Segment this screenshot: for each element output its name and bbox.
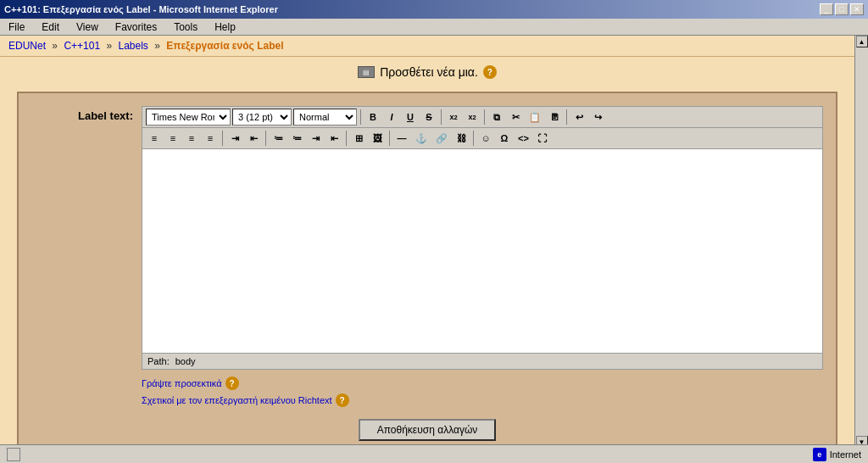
status-bar: e Internet: [0, 444, 868, 448]
side-link-1-help[interactable]: ?: [225, 377, 239, 390]
path-value: body: [175, 356, 196, 366]
cut-btn[interactable]: ✂: [507, 109, 524, 126]
path-label: Path:: [147, 356, 170, 366]
page-title: Προσθέτει νέα μια.: [380, 65, 478, 79]
sep-6: [265, 131, 266, 146]
align-center-btn[interactable]: ≡: [164, 130, 181, 147]
indent-more-btn[interactable]: ⇥: [226, 130, 243, 147]
fullscreen-btn[interactable]: ⛶: [534, 130, 551, 147]
sep-8: [389, 131, 390, 146]
side-link-1: Γράψτε προσεκτικά ?: [142, 377, 823, 390]
indent-in-btn[interactable]: ⇥: [307, 130, 324, 147]
close-button[interactable]: ✕: [850, 3, 864, 15]
sub-col-right: Γράψτε προσεκτικά ? Σχετικοί με τον επεξ…: [142, 377, 823, 410]
menu-edit[interactable]: Edit: [36, 20, 64, 35]
editor-panel: Times New Roman 3 (12 pt) Normal B I: [142, 106, 823, 370]
side-link-2: Σχετικοί με τον επεξεργαστή κειμένου Ric…: [142, 393, 823, 407]
underline-button[interactable]: U: [402, 109, 419, 126]
window-title-bar: C++101: Επεξεργασία ενός Label - Microso…: [0, 0, 868, 19]
source-btn[interactable]: <>: [515, 130, 532, 147]
status-left: [7, 448, 20, 449]
indent-out-btn[interactable]: ⇤: [326, 130, 342, 147]
path-bar: Path: body: [142, 353, 822, 369]
italic-button[interactable]: I: [383, 109, 400, 126]
breadcrumb-edunet[interactable]: EDUNet: [8, 40, 46, 52]
breadcrumb-sep-1: »: [52, 40, 58, 52]
scroll-up[interactable]: ▲: [856, 36, 868, 47]
page-header: ▤ Προσθέτει νέα μια. ?: [17, 65, 837, 79]
status-icon: [7, 448, 20, 449]
window-title: C++101: Επεξεργασία ενός Label - Microso…: [4, 4, 278, 14]
link-btn[interactable]: 🔗: [432, 130, 451, 147]
menu-favorites[interactable]: Favorites: [110, 20, 162, 35]
status-right: e Internet: [813, 448, 861, 449]
side-link-2-text[interactable]: Σχετικοί με τον επεξεργαστή κειμένου Ric…: [142, 395, 332, 405]
header-help-icon[interactable]: ?: [483, 65, 497, 79]
sub-links-row: Γράψτε προσεκτικά ? Σχετικοί με τον επεξ…: [31, 377, 823, 410]
content-area[interactable]: [142, 149, 822, 353]
style-select[interactable]: Normal: [293, 109, 357, 126]
sep-4: [566, 109, 567, 125]
table-btn[interactable]: ⊞: [350, 130, 367, 147]
clean-btn[interactable]: 🖹: [546, 109, 563, 126]
maximize-button[interactable]: □: [835, 3, 849, 15]
menu-bar: File Edit View Favorites Tools Help: [0, 19, 868, 36]
toolbar-row-1: Times New Roman 3 (12 pt) Normal B I: [142, 107, 822, 128]
save-button[interactable]: Αποθήκευση αλλαγών: [359, 419, 497, 441]
main-content: ▤ Προσθέτει νέα μια. ? Label text: Tim: [0, 57, 854, 448]
subscript-button[interactable]: x2: [445, 109, 462, 126]
editor-label: Label text:: [78, 106, 133, 122]
font-select[interactable]: Times New Roman: [146, 109, 231, 126]
window-controls[interactable]: _ □ ✕: [820, 3, 864, 15]
breadcrumb-labels[interactable]: Labels: [118, 40, 147, 52]
sub-col-left: [31, 377, 133, 410]
align-left-btn[interactable]: ≡: [146, 130, 163, 147]
redo-btn[interactable]: ↪: [589, 109, 606, 126]
paste-btn[interactable]: 📋: [526, 109, 544, 126]
internet-icon: e: [813, 448, 826, 449]
sep-2: [441, 109, 442, 125]
size-select[interactable]: 3 (12 pt): [232, 109, 292, 126]
page-scroll: EDUNet » C++101 » Labels » Επεξεργασία ε…: [0, 36, 854, 448]
copy-btn[interactable]: ⧉: [488, 109, 505, 126]
bold-button[interactable]: B: [364, 109, 381, 126]
minimize-button[interactable]: _: [820, 3, 833, 15]
toolbar-row-2: ≡ ≡ ≡ ≡ ⇥ ⇤ ≔ ≔ ⇥ ⇤: [142, 128, 822, 149]
breadcrumb-current: Επεξεργασία ενός Label: [166, 40, 283, 52]
sep-9: [473, 131, 474, 146]
scrollbar[interactable]: ▲ ▼: [854, 36, 868, 448]
sep-1: [360, 109, 361, 125]
menu-file[interactable]: File: [3, 20, 30, 35]
sep-3: [484, 109, 485, 125]
indent-less-btn[interactable]: ⇤: [245, 130, 262, 147]
breadcrumb-sep-2: »: [106, 40, 112, 52]
menu-tools[interactable]: Tools: [169, 20, 203, 35]
save-button-row: Αποθήκευση αλλαγών: [31, 419, 823, 441]
smiley-btn[interactable]: ☺: [477, 130, 494, 147]
editor-row: Label text: Times New Roman 3 (12 pt): [31, 106, 823, 370]
undo-btn[interactable]: ↩: [570, 109, 587, 126]
image-btn[interactable]: 🖼: [369, 130, 386, 147]
ul-btn[interactable]: ≔: [270, 130, 287, 147]
hr-btn[interactable]: —: [393, 130, 410, 147]
special-char-btn[interactable]: Ω: [496, 130, 513, 147]
unlink-btn[interactable]: ⛓: [453, 130, 470, 147]
anchor-btn[interactable]: ⚓: [412, 130, 431, 147]
sep-5: [222, 131, 223, 146]
breadcrumb-sep-3: »: [154, 40, 160, 52]
sep-7: [346, 131, 347, 146]
side-link-2-help[interactable]: ?: [336, 393, 349, 407]
align-right-btn[interactable]: ≡: [183, 130, 200, 147]
breadcrumb: EDUNet » C++101 » Labels » Επεξεργασία ε…: [0, 36, 854, 57]
superscript-button[interactable]: x2: [464, 109, 481, 126]
menu-help[interactable]: Help: [209, 20, 241, 35]
strikethrough-button[interactable]: S: [420, 109, 437, 126]
align-justify-btn[interactable]: ≡: [202, 130, 219, 147]
ol-btn[interactable]: ≔: [288, 130, 305, 147]
menu-view[interactable]: View: [71, 20, 103, 35]
editor-container: Label text: Times New Roman 3 (12 pt): [17, 92, 837, 448]
side-link-1-text[interactable]: Γράψτε προσεκτικά: [142, 378, 222, 388]
breadcrumb-cpp101[interactable]: C++101: [64, 40, 100, 52]
header-icon: ▤: [358, 66, 375, 78]
